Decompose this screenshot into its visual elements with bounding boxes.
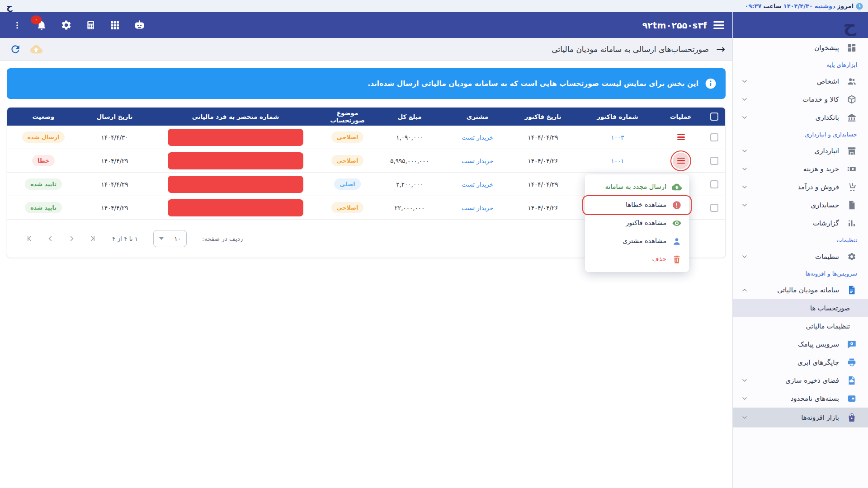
- packages-icon: [846, 394, 857, 404]
- page-range: ۱ تا ۴ از ۴: [112, 235, 138, 242]
- invoice-date: ۱۴۰۴/۰۴/۲۶: [509, 204, 577, 211]
- sidebar-item[interactable]: فضای ذخیره سازی: [733, 371, 868, 389]
- last-page-icon[interactable]: [88, 234, 97, 243]
- sidebar-subitem[interactable]: تنظیمات مالیاتی: [733, 317, 868, 335]
- notifications-bell-icon[interactable]: ۰: [33, 16, 51, 34]
- menu-item[interactable]: ارسال مجدد به سامانه: [585, 178, 689, 196]
- sidebar-item[interactable]: بازار افزونه‌ها: [733, 408, 868, 427]
- tax-unique-number-redacted: [168, 129, 303, 146]
- sidebar-item[interactable]: تنظیمات: [733, 248, 868, 266]
- rows-per-page-label: ردیف در صفحه:: [202, 235, 243, 242]
- sidebar-item-label: بازار افزونه‌ها: [755, 413, 839, 422]
- sidebar-item-label: فضای ذخیره سازی: [755, 376, 839, 385]
- sidebar-nav: پیشخوانابزارهای پایهاشخاصکالا و خدماتبان…: [733, 38, 868, 427]
- business-code[interactable]: ۹۲tm۰۲۵۵۰s۳f: [642, 20, 707, 30]
- col-invoice-date: تاریخ فاکتور: [509, 113, 577, 120]
- sidebar-item-label: کالا و خدمات: [755, 95, 839, 103]
- sidebar-item[interactable]: خرید و هزینه: [733, 160, 868, 178]
- today-label: امروز: [837, 3, 854, 9]
- rows-per-page-select[interactable]: ۱۰: [153, 230, 187, 247]
- settings-gear-icon[interactable]: [57, 16, 75, 34]
- select-all-checkbox[interactable]: [710, 113, 718, 121]
- sidebar-item[interactable]: فروش و درآمد: [733, 178, 868, 196]
- chevron-down-icon: [741, 202, 748, 209]
- settings-icon: [846, 252, 857, 261]
- page-title-bar: → صورتحساب‌های ارسالی به سامانه مودیان م…: [0, 38, 732, 61]
- menu-item-label: ارسال مجدد به سامانه: [605, 182, 666, 192]
- menu-item[interactable]: حذف: [585, 250, 689, 268]
- invoice-number-link[interactable]: ۱۰۰۳: [611, 134, 624, 141]
- row-checkbox[interactable]: [710, 204, 718, 212]
- back-arrow-icon[interactable]: →: [716, 44, 725, 55]
- sidebar-item[interactable]: کالا و خدمات: [733, 90, 868, 108]
- row-checkbox[interactable]: [710, 180, 718, 188]
- clock-icon: [855, 2, 863, 10]
- row-actions-menu: ارسال مجدد به سامانهمشاهده خطاهامشاهده ف…: [585, 174, 689, 272]
- date-value: ۱۴۰۴/۴/۳۰: [783, 3, 813, 9]
- row-actions-button[interactable]: [677, 158, 685, 164]
- table-row: ۱۰۰۱۱۴۰۴/۰۴/۲۶خریدار تست۵,۹۹۵,۰۰۰,۰۰۰اصل…: [7, 149, 725, 173]
- sms-icon: [846, 339, 857, 349]
- send-date: ۱۴۰۴/۴/۲۹: [80, 181, 150, 188]
- col-subject: موضوع صورتحساب: [321, 109, 373, 124]
- sidebar-item[interactable]: بانکداری: [733, 108, 868, 127]
- prev-page-icon[interactable]: [46, 234, 55, 243]
- sidebar-section-label: حسابداری و انبارداری: [733, 127, 868, 142]
- customer-link[interactable]: خریدار تست: [462, 134, 493, 141]
- table-row: ۱۰۰۳۱۴۰۴/۰۴/۲۹خریدار تست۱,۰۹۰,۰۰۰اصلاحی۱…: [7, 126, 725, 149]
- col-operations: عملیات: [658, 113, 703, 120]
- menu-item-label: مشاهده مشتری: [623, 236, 666, 246]
- customer-link[interactable]: خریدار تست: [462, 181, 493, 188]
- sidebar-item[interactable]: چاپگرهای ابری: [733, 353, 868, 371]
- calculator-icon[interactable]: [81, 16, 99, 34]
- sidebar-item[interactable]: حسابداری: [733, 196, 868, 214]
- sidebar-item[interactable]: گزارشات: [733, 214, 868, 232]
- sidebar-item[interactable]: بسته‌های نامحدود: [733, 389, 868, 408]
- bank-icon: [846, 113, 857, 122]
- chevron-down-icon: [741, 377, 748, 384]
- menu-item[interactable]: مشاهده فاکتور: [585, 214, 689, 232]
- invoice-date: ۱۴۰۴/۰۴/۲۶: [509, 157, 577, 164]
- sidebar-subitem[interactable]: صورتحساب ها: [733, 299, 868, 317]
- row-checkbox[interactable]: [710, 157, 718, 165]
- sidebar-item[interactable]: انبارداری: [733, 142, 868, 160]
- col-total: مبلغ کل: [373, 113, 446, 120]
- table-header-row: عملیات شماره فاکتور تاریخ فاکتور مشتری م…: [7, 108, 725, 126]
- menu-item-label: مشاهده خطاها: [626, 200, 666, 210]
- first-page-icon[interactable]: [25, 234, 34, 243]
- invoice-number-link[interactable]: ۱۰۰۱: [611, 157, 624, 164]
- menu-item[interactable]: مشاهده خطاها: [585, 196, 689, 214]
- next-page-icon[interactable]: [67, 234, 76, 243]
- plugin-market-icon: [846, 413, 857, 422]
- row-actions-button[interactable]: [677, 134, 685, 141]
- sidebar-item[interactable]: سامانه مودیان مالیاتی: [733, 281, 868, 299]
- apps-grid-icon[interactable]: [106, 16, 124, 34]
- col-status: وضعیت: [7, 113, 80, 120]
- sidebar-item-label: حسابداری: [755, 201, 839, 209]
- menu-hamburger-icon[interactable]: [713, 21, 724, 29]
- robot-assistant-icon[interactable]: [130, 16, 148, 34]
- customer-link[interactable]: خریدار تست: [462, 157, 493, 164]
- invoice-date: ۱۴۰۴/۰۴/۲۹: [509, 134, 577, 141]
- kebab-menu-icon[interactable]: [8, 16, 26, 34]
- sidebar-item[interactable]: اشخاص: [733, 72, 868, 90]
- status-badge: خطا: [32, 155, 55, 166]
- sidebar-logo: ح: [843, 16, 856, 34]
- person-icon: [672, 236, 682, 246]
- customer-link[interactable]: خریدار تست: [462, 204, 493, 211]
- sidebar-item-label: سامانه مودیان مالیاتی: [755, 286, 839, 294]
- menu-item-label: حذف: [652, 254, 666, 264]
- app-header: ۹۲tm۰۲۵۵۰s۳f ۰: [0, 12, 732, 38]
- row-checkbox[interactable]: [710, 133, 718, 141]
- status-badge: ارسال شده: [22, 131, 65, 143]
- sidebar-item[interactable]: سرویس پیامک: [733, 335, 868, 353]
- sidebar-item[interactable]: پیشخوان: [733, 39, 868, 57]
- menu-item-label: مشاهده فاکتور: [626, 218, 666, 228]
- info-icon: [705, 78, 717, 89]
- col-invoice-number: شماره فاکتور: [577, 113, 658, 120]
- cloud-upload-icon[interactable]: [28, 41, 44, 57]
- menu-item[interactable]: مشاهده مشتری: [585, 232, 689, 250]
- dashboard-icon: [846, 43, 857, 53]
- status-bar: امروز دوشنبه ۱۴۰۴/۴/۳۰ ساعت ۰۹:۳۷ ح: [0, 0, 868, 12]
- refresh-icon[interactable]: [7, 41, 24, 57]
